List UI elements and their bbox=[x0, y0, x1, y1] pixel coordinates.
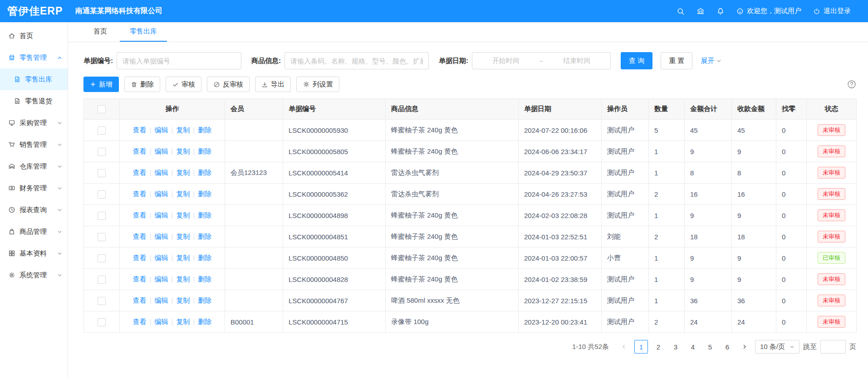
sidebar-item-base[interactable]: 基本资料 bbox=[0, 242, 68, 264]
row-action-edit[interactable]: 编辑 bbox=[155, 275, 168, 283]
sidebar-subitem-retail-out[interactable]: 零售出库 bbox=[0, 68, 68, 90]
row-action-view[interactable]: 查看 bbox=[133, 147, 147, 155]
sidebar-item-goods[interactable]: 商品管理 bbox=[0, 221, 68, 242]
column-header[interactable]: 收款金额 bbox=[732, 99, 776, 120]
tab-retail-out[interactable]: 零售出库 bbox=[120, 22, 167, 42]
column-header[interactable]: 商品信息 bbox=[386, 99, 519, 120]
prev-page-button[interactable] bbox=[617, 340, 631, 354]
sidebar-item-warehouse[interactable]: 仓库管理 bbox=[0, 155, 68, 177]
select-all-checkbox[interactable] bbox=[98, 105, 106, 113]
row-action-delete[interactable]: 删除 bbox=[198, 211, 211, 219]
column-header[interactable]: 单据编号 bbox=[283, 99, 386, 120]
row-action-delete[interactable]: 删除 bbox=[198, 169, 211, 176]
row-action-copy[interactable]: 复制 bbox=[176, 296, 190, 304]
page-size-select[interactable]: 10 条/页 bbox=[755, 340, 799, 354]
row-checkbox[interactable] bbox=[98, 148, 106, 156]
row-action-copy[interactable]: 复制 bbox=[176, 233, 190, 240]
sidebar-item-retail[interactable]: 零售管理 bbox=[0, 47, 68, 68]
page-number-3[interactable]: 3 bbox=[669, 340, 682, 354]
page-number-4[interactable]: 4 bbox=[686, 340, 700, 354]
row-action-view[interactable]: 查看 bbox=[133, 254, 147, 262]
goods-info-input[interactable] bbox=[284, 52, 429, 69]
row-checkbox[interactable] bbox=[98, 190, 106, 199]
row-action-view[interactable]: 查看 bbox=[133, 233, 147, 240]
building-icon[interactable] bbox=[696, 7, 705, 15]
row-action-copy[interactable]: 复制 bbox=[176, 169, 190, 176]
row-action-copy[interactable]: 复制 bbox=[176, 254, 190, 262]
row-action-edit[interactable]: 编辑 bbox=[155, 147, 168, 155]
sidebar-item-sale[interactable]: 销售管理 bbox=[0, 134, 68, 155]
sidebar-item-home[interactable]: 首页 bbox=[0, 25, 68, 47]
page-number-1[interactable]: 1 bbox=[634, 340, 648, 354]
row-action-delete[interactable]: 删除 bbox=[198, 147, 211, 155]
row-action-view[interactable]: 查看 bbox=[133, 211, 147, 219]
sidebar-item-purchase[interactable]: 采购管理 bbox=[0, 112, 68, 134]
unaudit-button[interactable]: 反审核 bbox=[207, 77, 250, 92]
row-action-view[interactable]: 查看 bbox=[133, 190, 147, 198]
sidebar-item-finance[interactable]: 财务管理 bbox=[0, 177, 68, 199]
audit-button[interactable]: 审核 bbox=[166, 77, 201, 92]
column-header[interactable]: 单据日期 bbox=[519, 99, 602, 120]
row-action-copy[interactable]: 复制 bbox=[176, 126, 190, 134]
column-header[interactable]: 找零 bbox=[776, 99, 807, 120]
row-action-edit[interactable]: 编辑 bbox=[155, 296, 168, 304]
row-action-edit[interactable]: 编辑 bbox=[155, 190, 168, 198]
sidebar-subitem-retail-return[interactable]: 零售退货 bbox=[0, 90, 68, 112]
row-action-copy[interactable]: 复制 bbox=[176, 147, 190, 155]
page-number-5[interactable]: 5 bbox=[703, 340, 717, 354]
row-action-copy[interactable]: 复制 bbox=[176, 318, 190, 325]
row-action-edit[interactable]: 编辑 bbox=[155, 211, 168, 219]
add-button[interactable]: 新增 bbox=[83, 77, 119, 92]
column-header[interactable]: 金额合计 bbox=[685, 99, 732, 120]
row-action-edit[interactable]: 编辑 bbox=[155, 169, 168, 176]
export-button[interactable]: 导出 bbox=[255, 77, 291, 92]
column-header[interactable]: 会员 bbox=[225, 99, 283, 120]
row-action-view[interactable]: 查看 bbox=[133, 169, 147, 176]
row-action-delete[interactable]: 删除 bbox=[198, 318, 211, 325]
column-settings-button[interactable]: 列设置 bbox=[296, 77, 339, 92]
delete-button[interactable]: 删除 bbox=[124, 77, 160, 92]
row-action-delete[interactable]: 删除 bbox=[198, 233, 211, 240]
search-button[interactable]: 查 询 bbox=[621, 52, 652, 69]
row-action-edit[interactable]: 编辑 bbox=[155, 126, 168, 134]
row-action-view[interactable]: 查看 bbox=[133, 318, 147, 325]
sidebar-item-report[interactable]: 报表查询 bbox=[0, 199, 68, 221]
row-action-delete[interactable]: 删除 bbox=[198, 190, 211, 198]
tab-home[interactable]: 首页 bbox=[83, 22, 117, 42]
reset-button[interactable]: 重 置 bbox=[661, 52, 692, 69]
column-header[interactable]: 状态 bbox=[807, 99, 857, 120]
sidebar-item-system[interactable]: 系统管理 bbox=[0, 264, 68, 286]
date-range-picker[interactable]: 开始时间 ~ 结束时间 bbox=[472, 52, 611, 69]
row-action-edit[interactable]: 编辑 bbox=[155, 318, 168, 325]
column-header[interactable]: 数量 bbox=[649, 99, 685, 120]
row-checkbox[interactable] bbox=[98, 126, 106, 135]
row-action-delete[interactable]: 删除 bbox=[198, 254, 211, 262]
row-action-view[interactable]: 查看 bbox=[133, 275, 147, 283]
row-checkbox[interactable] bbox=[98, 297, 106, 305]
column-header[interactable]: 操作员 bbox=[602, 99, 649, 120]
row-action-edit[interactable]: 编辑 bbox=[155, 254, 168, 262]
row-action-delete[interactable]: 删除 bbox=[198, 126, 211, 134]
user-menu[interactable]: 欢迎您，测试用户 bbox=[736, 7, 801, 15]
help-icon[interactable] bbox=[847, 80, 856, 89]
bill-no-input[interactable] bbox=[117, 52, 241, 69]
column-header[interactable]: 操作 bbox=[120, 99, 225, 120]
row-checkbox[interactable] bbox=[98, 233, 106, 241]
row-action-edit[interactable]: 编辑 bbox=[155, 233, 168, 240]
row-action-view[interactable]: 查看 bbox=[133, 126, 147, 134]
row-action-delete[interactable]: 删除 bbox=[198, 275, 211, 283]
row-action-copy[interactable]: 复制 bbox=[176, 211, 190, 219]
page-number-2[interactable]: 2 bbox=[652, 340, 665, 354]
row-checkbox[interactable] bbox=[98, 254, 106, 262]
search-icon[interactable] bbox=[677, 7, 685, 15]
row-checkbox[interactable] bbox=[98, 276, 106, 284]
row-action-view[interactable]: 查看 bbox=[133, 296, 147, 304]
row-checkbox[interactable] bbox=[98, 318, 106, 326]
expand-toggle[interactable]: 展开 bbox=[701, 57, 721, 65]
row-action-copy[interactable]: 复制 bbox=[176, 275, 190, 283]
logout-button[interactable]: 退出登录 bbox=[813, 7, 851, 15]
bell-icon[interactable] bbox=[716, 7, 725, 15]
jump-page-input[interactable] bbox=[820, 340, 846, 354]
page-number-6[interactable]: 6 bbox=[721, 340, 734, 354]
row-checkbox[interactable] bbox=[98, 212, 106, 220]
